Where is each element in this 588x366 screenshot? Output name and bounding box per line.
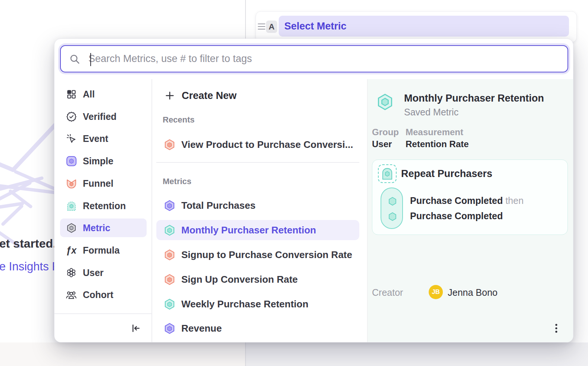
definition-title: Repeat Purchasers xyxy=(401,168,492,180)
drag-handle-icon[interactable] xyxy=(258,22,265,31)
user-icon xyxy=(66,267,77,278)
sidebar-item-label: Retention xyxy=(83,201,126,211)
sidebar-item-metric[interactable]: Metric xyxy=(60,218,147,237)
create-new-button[interactable]: Create New xyxy=(156,86,359,106)
background-heading-fragment: et started. xyxy=(0,237,56,251)
sidebar-item-label: User xyxy=(83,267,104,278)
decorative-line-art xyxy=(0,120,57,254)
recent-list-item[interactable]: View Product to Purchase Conversi... xyxy=(156,134,359,155)
select-metric-label: Select Metric xyxy=(284,21,347,32)
hexagon-icon xyxy=(163,199,176,212)
sidebar-item-label: Event xyxy=(83,133,108,144)
hexagon-icon xyxy=(163,273,176,286)
event-hexagon-icon xyxy=(388,196,397,208)
metric-list-item[interactable]: Revenue xyxy=(156,318,359,338)
sidebar-item-user[interactable]: User xyxy=(60,263,147,282)
metric-hexagon-icon xyxy=(66,222,77,233)
create-new-label: Create New xyxy=(182,90,237,102)
metric-item-label: Weekly Purchase Retention xyxy=(181,298,309,310)
metric-list-item-selected[interactable]: Monthly Purchaser Retention xyxy=(156,220,359,240)
sidebar-item-event[interactable]: Event xyxy=(60,129,147,148)
recents-heading: Recents xyxy=(163,115,195,125)
funnel-icon xyxy=(66,178,77,189)
sidebar-item-label: Formula xyxy=(83,245,120,256)
recent-item-label: View Product to Purchase Conversi... xyxy=(181,139,353,151)
metric-list-item[interactable]: Sign Up Conversion Rate xyxy=(156,269,359,289)
hexagon-icon xyxy=(163,139,176,151)
detail-title: Monthly Purchaser Retention xyxy=(404,93,544,104)
sidebar-item-label: Funnel xyxy=(83,178,113,189)
hexagon-icon xyxy=(163,298,176,310)
definition-step: Purchase Completed then xyxy=(410,195,523,206)
metric-item-label: Signup to Purchase Conversion Rate xyxy=(181,249,352,261)
sidebar-item-cohort[interactable]: Cohort xyxy=(60,285,147,304)
sidebar-item-retention[interactable]: Retention xyxy=(60,196,147,215)
sidebar-item-all[interactable]: All xyxy=(60,85,147,103)
page-background-left xyxy=(0,342,245,366)
text-cursor xyxy=(90,53,91,66)
creator-label: Creator xyxy=(372,287,403,298)
collapse-sidebar-button[interactable] xyxy=(129,322,142,335)
creator-name: Jenna Bono xyxy=(448,287,497,298)
definition-step: Purchase Completed xyxy=(410,211,503,221)
select-metric-button[interactable]: Select Metric xyxy=(279,16,569,37)
sidebar-item-funnel[interactable]: Funnel xyxy=(60,174,147,193)
event-cursor-icon xyxy=(66,133,77,144)
query-row-card: A Select Metric xyxy=(256,11,577,43)
sidebar-item-label: All xyxy=(83,89,95,100)
metric-list-item[interactable]: Signup to Purchase Conversion Rate xyxy=(156,245,359,265)
sidebar-item-label: Metric xyxy=(83,223,110,233)
plus-icon xyxy=(165,90,176,101)
saved-metric-hexagon-icon xyxy=(376,93,394,112)
search-input[interactable] xyxy=(88,46,567,72)
formula-icon: ƒx xyxy=(66,245,77,256)
event-hexagon-icon xyxy=(388,212,397,223)
sidebar-item-label: Cohort xyxy=(83,289,113,300)
page-background-right xyxy=(246,342,588,366)
metrics-heading: Metrics xyxy=(163,177,191,186)
group-value: User xyxy=(372,139,392,149)
verified-badge-icon xyxy=(66,111,77,122)
metric-item-label: Monthly Purchaser Retention xyxy=(181,224,316,236)
metric-list-item[interactable]: Total Purchases xyxy=(156,195,359,215)
simple-icon xyxy=(66,155,77,167)
sidebar-divider xyxy=(151,79,152,342)
search-box xyxy=(60,45,568,72)
group-label: Group xyxy=(372,127,399,137)
search-icon xyxy=(69,53,80,65)
metric-detail-panel: Monthly Purchaser Retention Saved Metric… xyxy=(368,79,573,342)
saved-metric-definition-card: Repeat Purchasers Purchase Completed the… xyxy=(372,159,568,235)
sidebar-item-simple[interactable]: Simple xyxy=(60,152,147,170)
row-letter-badge: A xyxy=(266,21,277,33)
more-options-button[interactable] xyxy=(550,322,563,335)
grid-icon xyxy=(66,89,77,100)
sidebar-item-formula[interactable]: ƒx Formula xyxy=(60,241,147,260)
retention-icon xyxy=(66,200,77,211)
detail-subtitle: Saved Metric xyxy=(404,107,459,118)
metric-list-item[interactable]: Weekly Purchase Retention xyxy=(156,294,359,314)
hexagon-icon xyxy=(163,322,176,335)
measurement-label: Measurement xyxy=(406,127,463,137)
hexagon-icon xyxy=(163,249,176,261)
creator-avatar: JB xyxy=(429,285,443,299)
sidebar-item-label: Simple xyxy=(83,156,113,167)
sidebar-footer-divider xyxy=(54,313,151,314)
metric-item-label: Sign Up Conversion Rate xyxy=(181,274,298,285)
metric-picker-modal: All Verified Event xyxy=(54,38,573,342)
metric-item-label: Total Purchases xyxy=(181,200,256,211)
retention-definition-icon xyxy=(378,164,397,183)
screen: et started. e Insights Re A Select Metri… xyxy=(0,0,588,366)
cohort-icon xyxy=(66,289,77,300)
list-section-divider xyxy=(156,162,359,163)
hexagon-icon xyxy=(163,224,176,236)
event-sequence-capsule xyxy=(381,187,403,229)
measurement-value: Retention Rate xyxy=(406,139,469,149)
sidebar-item-label: Verified xyxy=(83,111,116,122)
sidebar-item-verified[interactable]: Verified xyxy=(60,107,147,126)
metric-item-label: Revenue xyxy=(181,323,222,334)
